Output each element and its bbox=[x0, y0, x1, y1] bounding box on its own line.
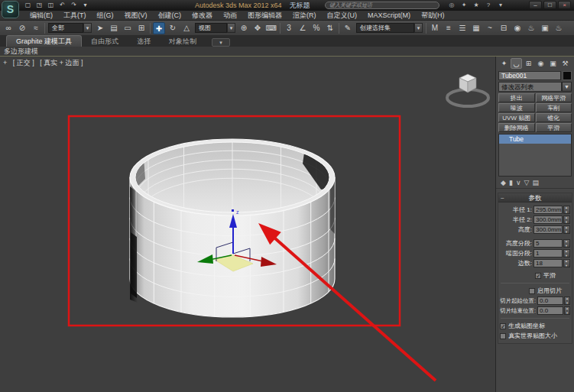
viewcube[interactable] bbox=[447, 74, 488, 106]
btn-taper[interactable]: 锥化 bbox=[536, 113, 572, 122]
menu-modifiers[interactable]: 修改器 bbox=[186, 11, 218, 21]
unlink-selection-icon[interactable]: ⊘ bbox=[16, 22, 28, 34]
communication-center-icon[interactable]: ✦ bbox=[459, 1, 469, 9]
menu-views[interactable]: 视图(V) bbox=[119, 11, 153, 21]
keyboard-override-icon[interactable]: ⌨ bbox=[265, 22, 277, 34]
align-icon[interactable]: ≡ bbox=[443, 22, 455, 34]
tab-motion-icon[interactable]: ◉ bbox=[535, 58, 546, 69]
object-color-swatch[interactable] bbox=[563, 71, 572, 80]
new-scene-icon[interactable]: ▢ bbox=[23, 1, 33, 10]
spinner-arrows-icon[interactable] bbox=[564, 306, 570, 315]
parameter-value-field[interactable]: 0.0 bbox=[537, 296, 563, 305]
parameter-value-field[interactable]: 18 bbox=[533, 259, 563, 267]
app-logo-icon[interactable]: S bbox=[2, 1, 19, 18]
minimize-button[interactable]: – bbox=[529, 1, 542, 9]
btn-extrude[interactable]: 挤出 bbox=[498, 93, 535, 102]
parameter-value-field[interactable]: 5 bbox=[533, 239, 563, 248]
checkbox-icon[interactable] bbox=[535, 273, 541, 279]
menu-maxscript[interactable]: MAXScript(M) bbox=[362, 11, 416, 21]
stack-item-tube[interactable]: Tube bbox=[499, 134, 571, 144]
tab-display-icon[interactable]: ▣ bbox=[547, 58, 559, 69]
select-and-move-icon[interactable]: ✚ bbox=[153, 22, 165, 34]
remove-modifier-icon[interactable]: ▽ bbox=[524, 178, 529, 188]
angle-snap-icon[interactable]: ∠ bbox=[297, 22, 309, 34]
tab-create-icon[interactable]: ✦ bbox=[498, 58, 510, 69]
select-and-manipulate-icon[interactable]: ✥ bbox=[251, 22, 264, 34]
layer-manager-icon[interactable]: ☰ bbox=[456, 22, 469, 34]
chevron-down-icon[interactable]: ▾ bbox=[83, 23, 92, 33]
select-and-link-icon[interactable]: ∞ bbox=[2, 22, 15, 34]
spinner-arrows-icon[interactable] bbox=[563, 206, 570, 214]
selection-filter-dropdown[interactable]: 全部▾ bbox=[48, 23, 92, 33]
pin-stack-icon[interactable]: ◆ bbox=[501, 178, 506, 188]
tab-hierarchy-icon[interactable]: ⊞ bbox=[523, 58, 534, 69]
ribbon-panel-polygon-modeling[interactable]: 多边形建模 bbox=[0, 47, 38, 57]
redo-icon[interactable]: ↷ bbox=[69, 1, 79, 10]
btn-uvw-map[interactable]: UVW 贴图 bbox=[498, 113, 535, 122]
save-file-icon[interactable]: ◫ bbox=[46, 1, 56, 10]
chevron-down-icon[interactable]: ▼ bbox=[562, 82, 572, 92]
tab-utilities-icon[interactable]: ⚒ bbox=[559, 58, 571, 69]
spinner-arrows-icon[interactable] bbox=[564, 296, 570, 305]
reference-coordinate-dropdown[interactable]: 视图▾ bbox=[195, 23, 235, 33]
rectangular-selection-icon[interactable]: ▭ bbox=[122, 22, 134, 34]
help-dropdown-icon[interactable]: ▾ bbox=[496, 1, 505, 9]
material-editor-icon[interactable]: ◉ bbox=[511, 22, 524, 34]
menu-help[interactable]: 帮助(H) bbox=[416, 11, 450, 21]
object-name-field[interactable]: Tube001 bbox=[498, 71, 561, 80]
percent-snap-icon[interactable]: % bbox=[310, 22, 323, 34]
close-button[interactable]: × bbox=[558, 1, 571, 9]
spinner-arrows-icon[interactable] bbox=[563, 259, 570, 267]
menu-customize[interactable]: 自定义(U) bbox=[322, 11, 363, 21]
viewport-pov-label[interactable]: [ 正交 ] bbox=[13, 59, 34, 66]
quick-access-dropdown-icon[interactable]: ▾ bbox=[80, 1, 90, 10]
spinner-arrows-icon[interactable] bbox=[563, 249, 570, 258]
rendered-frame-icon[interactable]: ▣ bbox=[539, 22, 551, 34]
menu-animation[interactable]: 动画 bbox=[218, 11, 242, 21]
real-world-map-size-checkbox[interactable]: 真实世界贴图大小 bbox=[500, 331, 570, 341]
menu-group[interactable]: 组(G) bbox=[92, 11, 119, 21]
viewport-shading-label[interactable]: [ 真实 + 边面 ] bbox=[40, 59, 83, 66]
chevron-down-icon[interactable]: ▾ bbox=[227, 23, 235, 33]
menu-graph-editors[interactable]: 图形编辑器 bbox=[242, 11, 287, 21]
make-unique-icon[interactable]: ∨ bbox=[516, 178, 521, 188]
enable-slice-checkbox[interactable]: 启用切片 bbox=[529, 286, 570, 296]
viewport-label[interactable]: + [ 正交 ] [ 真实 + 边面 ] bbox=[3, 58, 87, 68]
parameter-value-field[interactable]: 300.0mm bbox=[533, 225, 563, 234]
schematic-view-icon[interactable]: ⊟ bbox=[498, 22, 510, 34]
tab-freeform[interactable]: 自由形式 bbox=[82, 36, 128, 47]
select-and-rotate-icon[interactable]: ↻ bbox=[167, 22, 179, 34]
tab-object-paint[interactable]: 对象绘制 bbox=[160, 36, 206, 47]
menu-tools[interactable]: 工具(T) bbox=[58, 11, 92, 21]
mirror-icon[interactable]: M bbox=[429, 22, 441, 34]
search-icon[interactable]: ◎ bbox=[447, 1, 456, 9]
search-input[interactable]: 键入关键字或短语 bbox=[325, 2, 439, 9]
spinner-snap-icon[interactable]: ⇅ bbox=[324, 22, 336, 34]
parameter-value-field[interactable]: 300.0mm bbox=[533, 215, 563, 224]
render-setup-icon[interactable]: ♨ bbox=[525, 22, 537, 34]
parameter-value-field[interactable]: 295.0mm bbox=[533, 206, 563, 214]
curve-editor-icon[interactable]: ~ bbox=[484, 22, 496, 34]
btn-noise[interactable]: 噪波 bbox=[498, 103, 535, 112]
rollout-header[interactable]: − 参数 bbox=[498, 193, 572, 202]
render-production-icon[interactable]: ♨ bbox=[553, 22, 565, 34]
graphite-toggle-icon[interactable]: ▦ bbox=[470, 22, 482, 34]
window-crossing-icon[interactable]: ⊞ bbox=[135, 22, 148, 34]
tab-selection[interactable]: 选择 bbox=[128, 36, 160, 47]
show-end-result-icon[interactable]: ▮ bbox=[509, 178, 513, 188]
viewport-canvas[interactable]: z bbox=[0, 57, 495, 392]
spinner-arrows-icon[interactable] bbox=[563, 239, 570, 248]
snap-toggle-3d-icon[interactable]: 3 bbox=[283, 22, 295, 34]
generate-mapping-coords-checkbox[interactable]: 生成贴图坐标 bbox=[500, 321, 570, 331]
favorites-icon[interactable]: ★ bbox=[472, 1, 481, 9]
select-by-name-icon[interactable]: ▤ bbox=[108, 22, 120, 34]
tab-modify-icon[interactable]: ◡ bbox=[511, 58, 522, 69]
edit-named-selections-icon[interactable]: ✎ bbox=[342, 22, 354, 34]
parameter-value-field[interactable]: 0.0 bbox=[537, 306, 563, 315]
help-icon[interactable]: ? bbox=[484, 1, 493, 9]
ribbon-collapse-icon[interactable]: ▾ bbox=[212, 38, 230, 47]
btn-smooth[interactable]: 平滑 bbox=[536, 123, 572, 132]
open-file-icon[interactable]: ◳ bbox=[34, 1, 44, 10]
chevron-down-icon[interactable]: ▾ bbox=[414, 23, 423, 33]
parameter-value-field[interactable]: 1 bbox=[533, 249, 563, 258]
